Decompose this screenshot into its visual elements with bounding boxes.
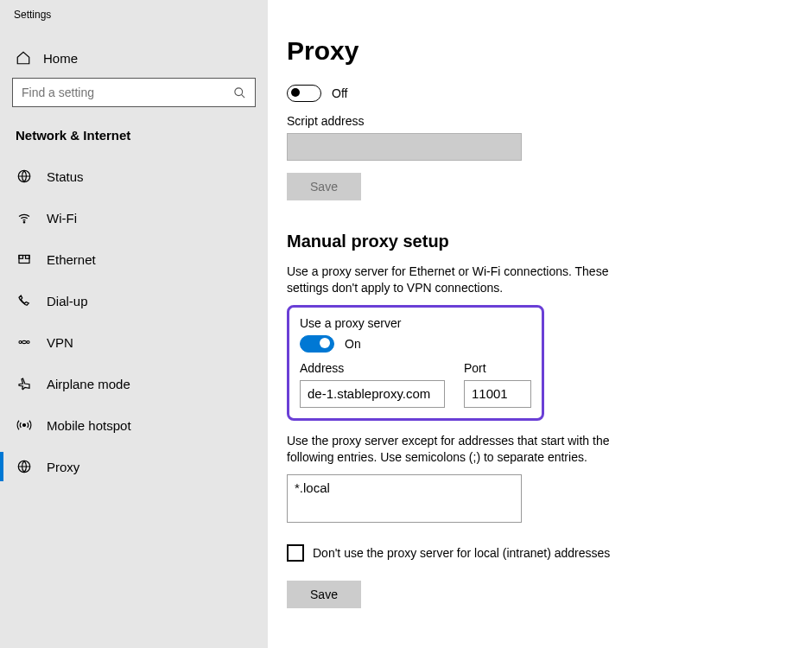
search-input[interactable] bbox=[22, 86, 233, 99]
svg-point-7 bbox=[19, 341, 22, 344]
vpn-icon bbox=[16, 334, 33, 350]
address-label: Address bbox=[300, 361, 445, 375]
hotspot-icon bbox=[16, 417, 33, 433]
auto-toggle-state: Off bbox=[332, 86, 347, 100]
nav-item-airplane[interactable]: Airplane mode bbox=[12, 364, 256, 403]
port-label: Port bbox=[464, 361, 531, 375]
globe-icon bbox=[16, 459, 33, 474]
nav-item-proxy[interactable]: Proxy bbox=[12, 447, 256, 486]
dialup-icon bbox=[16, 293, 33, 308]
proxy-config-highlight: Use a proxy server On Address Port bbox=[287, 305, 544, 421]
home-link[interactable]: Home bbox=[12, 41, 256, 78]
use-proxy-state: On bbox=[345, 337, 361, 351]
auto-detect-toggle[interactable] bbox=[287, 85, 321, 102]
auto-save-button[interactable]: Save bbox=[287, 173, 361, 200]
proxy-address-input[interactable] bbox=[300, 380, 445, 408]
nav-label: Wi-Fi bbox=[47, 211, 77, 226]
page-title: Proxy bbox=[287, 36, 812, 66]
local-bypass-label: Don't use the proxy server for local (in… bbox=[313, 546, 610, 560]
svg-rect-5 bbox=[19, 256, 23, 259]
nav-item-ethernet[interactable]: Ethernet bbox=[12, 239, 256, 279]
use-proxy-toggle[interactable] bbox=[300, 335, 334, 353]
nav-label: Proxy bbox=[47, 460, 79, 474]
wifi-icon bbox=[16, 210, 33, 226]
svg-point-3 bbox=[23, 222, 25, 224]
bypass-list-input[interactable] bbox=[287, 474, 522, 523]
ethernet-icon bbox=[16, 251, 33, 267]
svg-line-1 bbox=[241, 94, 244, 98]
nav-item-vpn[interactable]: VPN bbox=[12, 322, 256, 362]
nav-label: Dial-up bbox=[47, 294, 88, 308]
section-title: Network & Internet bbox=[12, 123, 256, 156]
script-address-label: Script address bbox=[287, 114, 812, 128]
nav-item-wifi[interactable]: Wi-Fi bbox=[12, 198, 256, 238]
svg-point-0 bbox=[235, 87, 243, 95]
search-input-container[interactable] bbox=[12, 78, 256, 107]
bypass-description: Use the proxy server except for addresse… bbox=[287, 433, 650, 466]
manual-save-button[interactable]: Save bbox=[287, 581, 361, 608]
search-icon bbox=[233, 86, 246, 99]
manual-heading: Manual proxy setup bbox=[287, 232, 812, 251]
nav-label: Status bbox=[47, 169, 84, 184]
svg-point-8 bbox=[27, 341, 29, 344]
use-proxy-label: Use a proxy server bbox=[300, 316, 531, 330]
home-label: Home bbox=[43, 51, 78, 66]
script-address-input bbox=[287, 133, 522, 161]
status-icon bbox=[16, 168, 33, 184]
svg-point-9 bbox=[23, 424, 26, 427]
airplane-icon bbox=[16, 376, 33, 391]
nav-label: VPN bbox=[47, 335, 73, 350]
manual-description: Use a proxy server for Ethernet or Wi-Fi… bbox=[287, 264, 650, 296]
nav-item-status[interactable]: Status bbox=[12, 156, 256, 196]
svg-rect-6 bbox=[26, 256, 30, 259]
app-title: Settings bbox=[0, 0, 268, 26]
nav-item-hotspot[interactable]: Mobile hotspot bbox=[12, 405, 256, 445]
nav-item-dialup[interactable]: Dial-up bbox=[12, 281, 256, 321]
home-icon bbox=[16, 50, 31, 66]
local-bypass-checkbox[interactable] bbox=[287, 544, 304, 562]
svg-rect-4 bbox=[19, 256, 29, 264]
nav-label: Mobile hotspot bbox=[47, 418, 131, 433]
proxy-port-input[interactable] bbox=[464, 380, 531, 408]
nav-label: Airplane mode bbox=[47, 377, 130, 391]
sidebar: Settings Home Network & Internet Status bbox=[0, 0, 268, 648]
nav-label: Ethernet bbox=[47, 252, 96, 267]
main-content: Proxy Off Script address Save Manual pro… bbox=[268, 0, 812, 648]
